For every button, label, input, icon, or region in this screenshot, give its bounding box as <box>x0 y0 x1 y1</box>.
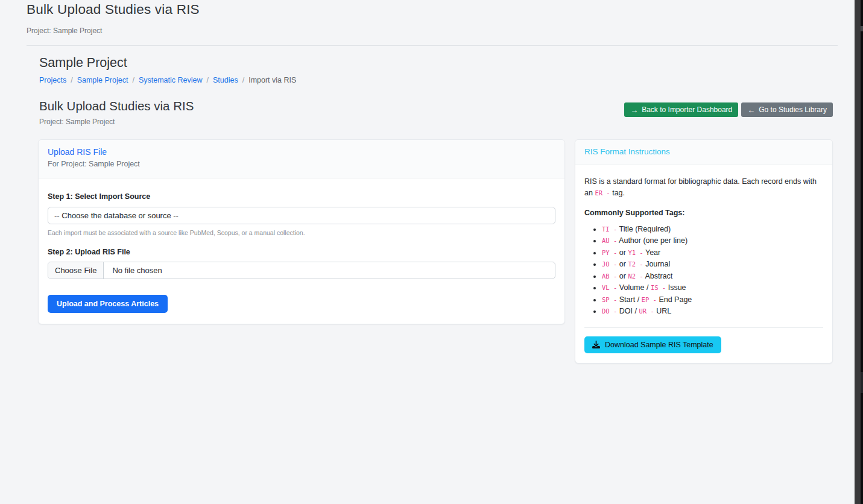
supported-tag-item: AB - or N2 - Abstract <box>602 271 823 283</box>
step1-label: Step 1: Select Import Source <box>48 192 150 201</box>
breadcrumb-link[interactable]: Studies <box>213 76 238 84</box>
ris-tag-code: AU - <box>602 237 617 244</box>
ris-tag-code: DO - <box>602 307 617 315</box>
arrow-right-icon: → <box>630 106 638 114</box>
breadcrumb-link[interactable]: Projects <box>39 76 66 84</box>
page-subtitle: Project: Sample Project <box>27 27 855 35</box>
supported-tag-item: TI - Title (Required) <box>602 224 823 236</box>
ris-tag-code: UR - <box>639 307 654 315</box>
ris-tag-code: EP - <box>642 296 657 303</box>
download-icon <box>592 341 600 348</box>
breadcrumb-separator: / <box>132 76 134 84</box>
supported-tag-item: DO - DOI / UR - URL <box>602 306 823 318</box>
breadcrumb-current: Import via RIS <box>248 76 296 84</box>
ris-file-input[interactable]: Choose File No file chosen <box>48 262 555 279</box>
upload-card-header: Upload RIS File For Project: Sample Proj… <box>39 140 564 178</box>
header-actions: → Back to Importer Dashboard ← Go to Stu… <box>624 102 833 117</box>
upload-card-title: Upload RIS File <box>48 147 555 157</box>
breadcrumb-separator: / <box>71 76 72 84</box>
upload-card-body: Step 1: Select Import Source -- Choose t… <box>39 178 564 324</box>
import-source-select[interactable]: -- Choose the database or source -- <box>48 207 555 224</box>
window-edge <box>861 0 863 504</box>
go-to-studies-library-button[interactable]: ← Go to Studies Library <box>741 102 833 117</box>
breadcrumb-separator: / <box>206 76 208 84</box>
supported-tag-item: PY - or Y1 - Year <box>602 247 823 259</box>
breadcrumb-link[interactable]: Sample Project <box>77 76 128 84</box>
arrow-left-icon: ← <box>747 106 755 114</box>
ris-intro-text: RIS is a standard format for bibliograph… <box>584 176 823 200</box>
download-sample-ris-label: Download Sample RIS Template <box>605 341 713 349</box>
upload-ris-card: Upload RIS File For Project: Sample Proj… <box>38 139 565 324</box>
ris-tag-code: TI - <box>602 225 617 233</box>
download-sample-ris-button[interactable]: Download Sample RIS Template <box>584 336 721 353</box>
supported-tags-heading: Commonly Supported Tags: <box>584 209 823 217</box>
step2-label: Step 2: Upload RIS File <box>48 248 555 256</box>
instructions-divider <box>584 327 823 328</box>
supported-tags-list: TI - Title (Required)AU - Author (one pe… <box>584 224 823 318</box>
breadcrumb: Projects/Sample Project/Systematic Revie… <box>39 76 833 84</box>
scrollbar-thumb-secondary[interactable] <box>861 372 863 393</box>
supported-tag-item: SP - Start / EP - End Page <box>602 294 823 306</box>
ris-tag-code: N2 - <box>628 272 643 280</box>
breadcrumb-separator: / <box>242 76 244 84</box>
import-source-help-text: Each import must be associated with a so… <box>48 229 555 236</box>
go-to-studies-library-label: Go to Studies Library <box>759 106 827 114</box>
back-to-importer-dashboard-button[interactable]: → Back to Importer Dashboard <box>624 102 738 117</box>
section-subtitle: Project: Sample Project <box>39 118 194 126</box>
ris-instructions-card: RIS Format Instructions RIS is a standar… <box>575 139 833 364</box>
scrollbar-thumb[interactable] <box>861 26 863 31</box>
instructions-card-header: RIS Format Instructions <box>575 140 832 165</box>
page-header: Bulk Upload Studies via RIS Project: Sam… <box>0 0 855 35</box>
ris-tag-code: PY - <box>602 249 617 256</box>
file-chosen-status: No file chosen <box>104 262 170 279</box>
section-head: Bulk Upload Studies via RIS Project: Sam… <box>39 99 833 126</box>
import-source-selected-value: -- Choose the database or source -- <box>54 211 179 220</box>
ris-tag-code: Y1 - <box>628 249 643 256</box>
ris-tag-code: VL - <box>602 284 617 291</box>
upload-card-subtitle: For Project: Sample Project <box>48 160 555 168</box>
supported-tag-item: JO - or T2 - Journal <box>602 259 823 271</box>
section-title: Bulk Upload Studies via RIS <box>39 99 194 113</box>
page: Bulk Upload Studies via RIS Project: Sam… <box>0 0 855 504</box>
supported-tag-item: AU - Author (one per line) <box>602 235 823 247</box>
ris-tag-code: JO - <box>602 260 617 268</box>
ris-tag-code: SP - <box>602 296 617 303</box>
instructions-card-title: RIS Format Instructions <box>584 147 823 156</box>
upload-and-process-button[interactable]: Upload and Process Articles <box>48 295 168 313</box>
project-title: Sample Project <box>39 55 833 71</box>
ris-tag-code: ER - <box>595 189 610 197</box>
scrollbar-track[interactable] <box>855 0 861 504</box>
instructions-card-body: RIS is a standard format for bibliograph… <box>575 165 832 363</box>
breadcrumb-link[interactable]: Systematic Review <box>139 76 203 84</box>
page-title: Bulk Upload Studies via RIS <box>27 2 855 17</box>
header-divider <box>27 45 838 46</box>
ris-tag-code: T2 - <box>628 260 643 268</box>
choose-file-button[interactable]: Choose File <box>48 262 104 279</box>
ris-tag-code: AB - <box>602 272 617 280</box>
back-to-importer-dashboard-label: Back to Importer Dashboard <box>642 106 732 114</box>
ris-tag-code: IS - <box>651 284 666 291</box>
supported-tag-item: VL - Volume / IS - Issue <box>602 282 823 294</box>
